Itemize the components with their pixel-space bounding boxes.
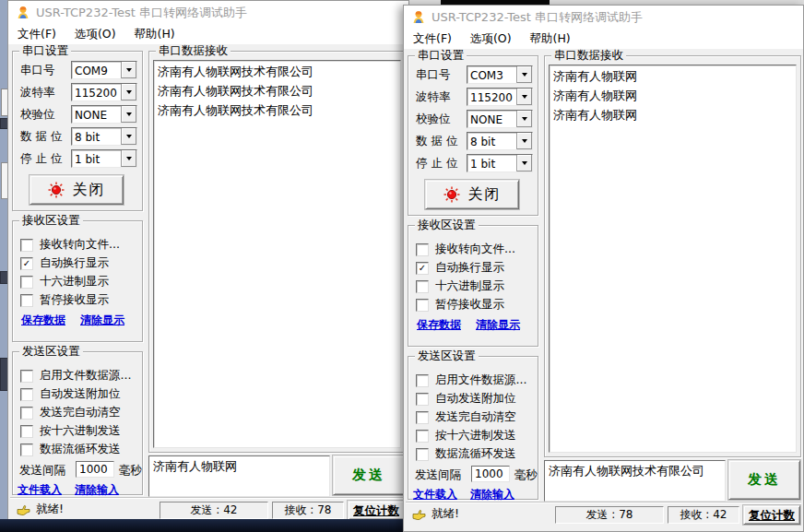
save-data-link[interactable]: 保存数据 <box>21 313 65 328</box>
checkbox-box[interactable]: ✓ <box>416 262 429 275</box>
save-data-link[interactable]: 保存数据 <box>417 317 461 333</box>
com-port-select[interactable]: COM9 <box>71 61 137 79</box>
dropdown-button[interactable] <box>516 89 532 105</box>
checkbox-auto-wrap[interactable]: ✓ 自动换行显示 <box>20 256 109 270</box>
status-ready: 就绪! <box>412 506 459 522</box>
close-button-label: 关闭 <box>468 185 502 205</box>
checkbox-box[interactable]: ✓ <box>20 257 33 270</box>
dropdown-button[interactable] <box>121 62 136 78</box>
dropdown-button[interactable] <box>121 106 136 123</box>
field-label: 停 止 位 <box>20 149 62 168</box>
load-file-link[interactable]: 文件载入 <box>413 487 457 502</box>
reset-count-button[interactable]: 复位计数 <box>348 501 405 520</box>
checkbox-send-as-hex[interactable]: 按十六进制发送 <box>416 429 516 443</box>
checkbox-box[interactable] <box>20 388 33 401</box>
dropdown-button[interactable] <box>121 150 136 167</box>
checkbox-file-data-source[interactable]: 启用文件数据源... <box>20 369 131 383</box>
checkbox-clear-after-send[interactable]: 发送完自动清空 <box>416 410 516 424</box>
checkbox-hex-display[interactable]: 十六进制显示 <box>20 275 109 289</box>
serial-field-row: 数 据 位 8 bit <box>408 132 538 150</box>
checkbox-box[interactable] <box>416 393 429 406</box>
checkbox-loop-send[interactable]: 数据流循环发送 <box>20 443 121 456</box>
checkbox-box[interactable] <box>20 370 33 383</box>
clear-input-link[interactable]: 清除输入 <box>470 487 514 502</box>
checkbox-send-as-hex[interactable]: 按十六进制发送 <box>20 424 121 438</box>
checkbox-box[interactable] <box>20 443 33 456</box>
checkbox-clear-after-send[interactable]: 发送完自动清空 <box>20 406 121 420</box>
receive-line: 济南有人物联网 <box>553 105 792 124</box>
checkbox-pause-receive[interactable]: 暂停接收显示 <box>416 298 504 312</box>
checkbox-box[interactable] <box>416 430 429 443</box>
menu-options[interactable]: 选项(O) <box>65 25 125 45</box>
checkbox-box[interactable] <box>416 243 429 256</box>
menubar: 文件(F) 选项(O) 帮助(H) <box>404 30 803 49</box>
clear-display-link[interactable]: 清除显示 <box>476 317 520 333</box>
clear-input-link[interactable]: 清除输入 <box>75 482 119 498</box>
checkbox-receive-to-file[interactable]: 接收转向文件... <box>416 242 515 256</box>
data-bits-select[interactable]: 8 bit <box>71 127 137 146</box>
menu-file[interactable]: 文件(F) <box>8 25 65 45</box>
close-port-button[interactable]: 关闭 <box>30 175 124 205</box>
checkbox-receive-to-file[interactable]: 接收转向文件... <box>20 238 120 252</box>
checkbox-box[interactable] <box>416 411 429 424</box>
receive-data-display[interactable]: 济南有人物联网 济南有人物联网 济南有人物联网 <box>549 65 797 453</box>
right-window: USR-TCP232-Test 串口转网络调试助手 文件(F) 选项(O) 帮助… <box>403 5 804 532</box>
checkbox-loop-send[interactable]: 数据流循环发送 <box>416 447 516 461</box>
titlebar[interactable]: USR-TCP232-Test 串口转网络调试助手 <box>8 1 408 25</box>
data-bits-select[interactable]: 8 bit <box>467 132 533 150</box>
menu-file[interactable]: 文件(F) <box>404 30 461 50</box>
checkbox-box[interactable] <box>20 276 33 289</box>
close-port-button[interactable]: 关闭 <box>425 180 519 209</box>
interval-input[interactable] <box>76 461 114 478</box>
chevron-down-icon <box>522 95 527 99</box>
dropdown-button[interactable] <box>516 111 532 127</box>
serial-field-row: 串口号 COM9 <box>13 61 142 79</box>
dropdown-button[interactable] <box>516 66 532 83</box>
send-button[interactable]: 发送 <box>728 460 800 500</box>
titlebar[interactable]: USR-TCP232-Test 串口转网络调试助手 <box>404 6 803 30</box>
checkbox-label: 十六进制显示 <box>40 274 109 290</box>
stop-bits-select[interactable]: 1 bit <box>71 149 137 168</box>
checkbox-box[interactable] <box>20 294 33 307</box>
clear-display-link[interactable]: 清除显示 <box>80 313 124 328</box>
checkbox-box[interactable] <box>416 299 429 312</box>
baud-rate-select[interactable]: 115200 <box>467 88 533 106</box>
checkbox-box[interactable] <box>416 374 429 387</box>
dropdown-button[interactable] <box>516 133 532 149</box>
checkbox-label: 自动换行显示 <box>435 260 504 276</box>
checkbox-auto-append[interactable]: 自动发送附加位 <box>20 387 121 401</box>
checkbox-pause-receive[interactable]: 暂停接收显示 <box>20 293 109 307</box>
checkbox-file-data-source[interactable]: 启用文件数据源... <box>416 373 526 387</box>
interval-unit: 毫秒 <box>119 463 142 479</box>
baud-rate-select[interactable]: 115200 <box>71 83 137 101</box>
send-button[interactable]: 发送 <box>333 455 405 495</box>
checkbox-box[interactable] <box>20 407 33 420</box>
receive-data-display[interactable]: 济南有人物联网技术有限公司 济南有人物联网技术有限公司 济南有人物联网技术有限公… <box>153 60 401 448</box>
load-file-link[interactable]: 文件载入 <box>18 482 62 498</box>
send-input[interactable]: 济南有人物联网技术有限公司 <box>544 460 726 502</box>
interval-input[interactable] <box>471 466 510 482</box>
data-bits-value: 8 bit <box>72 128 121 145</box>
stop-bits-select[interactable]: 1 bit <box>467 154 533 172</box>
reset-count-button[interactable]: 复位计数 <box>743 505 800 525</box>
menu-help[interactable]: 帮助(H) <box>521 30 580 50</box>
checkbox-box[interactable] <box>416 448 429 461</box>
checkbox-auto-append[interactable]: 自动发送附加位 <box>416 392 516 406</box>
dropdown-button[interactable] <box>516 155 532 171</box>
menu-help[interactable]: 帮助(H) <box>125 25 184 45</box>
checkbox-box[interactable] <box>416 280 429 293</box>
checkbox-box[interactable] <box>20 239 33 252</box>
com-port-select[interactable]: COM3 <box>467 65 533 84</box>
parity-select[interactable]: NONE <box>71 105 137 124</box>
menu-options[interactable]: 选项(O) <box>461 30 521 50</box>
checkbox-label: 自动发送附加位 <box>40 386 121 402</box>
checkbox-auto-wrap[interactable]: ✓ 自动换行显示 <box>416 261 504 275</box>
checkbox-label: 暂停接收显示 <box>435 297 504 313</box>
dropdown-button[interactable] <box>121 84 136 100</box>
dropdown-button[interactable] <box>121 128 136 145</box>
parity-select[interactable]: NONE <box>467 110 533 128</box>
checkbox-hex-display[interactable]: 十六进制显示 <box>416 279 504 293</box>
send-input[interactable]: 济南有人物联网 <box>148 455 330 497</box>
checkbox-box[interactable] <box>20 425 33 438</box>
chevron-down-icon <box>126 157 132 160</box>
